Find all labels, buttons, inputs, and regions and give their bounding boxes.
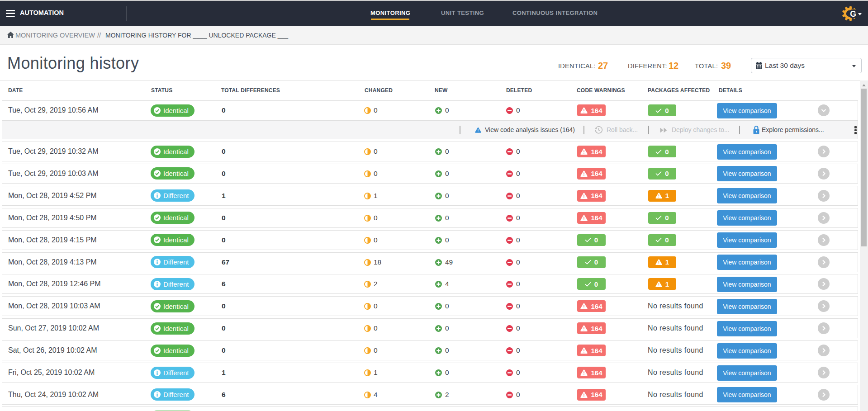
- svg-text:G: G: [850, 9, 856, 19]
